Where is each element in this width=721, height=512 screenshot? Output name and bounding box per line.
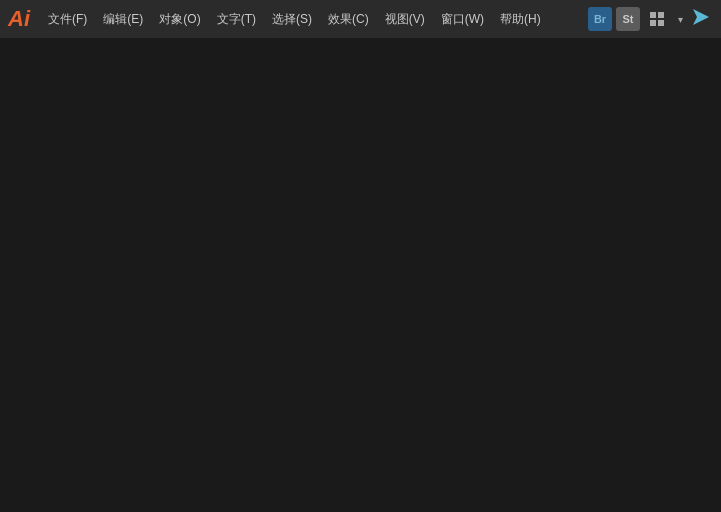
svg-rect-2 (650, 20, 656, 26)
menu-select[interactable]: 选择(S) (264, 0, 320, 38)
ai-logo: Ai (4, 0, 40, 38)
menu-effect[interactable]: 效果(C) (320, 0, 377, 38)
menu-window[interactable]: 窗口(W) (433, 0, 492, 38)
send-arrow-icon[interactable] (689, 9, 713, 29)
menu-help[interactable]: 帮助(H) (492, 0, 549, 38)
menu-type[interactable]: 文字(T) (209, 0, 264, 38)
svg-marker-4 (693, 9, 709, 25)
svg-rect-1 (658, 12, 664, 18)
menu-edit[interactable]: 编辑(E) (95, 0, 151, 38)
stock-icon[interactable]: St (616, 7, 640, 31)
bridge-icon[interactable]: Br (588, 7, 612, 31)
menubar: Ai 文件(F) 编辑(E) 对象(O) 文字(T) 选择(S) 效果(C) 视… (0, 0, 721, 38)
menu-file[interactable]: 文件(F) (40, 0, 95, 38)
menu-view[interactable]: 视图(V) (377, 0, 433, 38)
workspace-dropdown-icon[interactable]: ▾ (676, 14, 685, 25)
right-icons-group: Br St ▾ (588, 7, 717, 31)
svg-rect-0 (650, 12, 656, 18)
svg-rect-3 (658, 20, 664, 26)
menu-object[interactable]: 对象(O) (151, 0, 208, 38)
main-canvas-area (0, 38, 721, 512)
workspace-switcher-icon[interactable] (644, 7, 672, 31)
